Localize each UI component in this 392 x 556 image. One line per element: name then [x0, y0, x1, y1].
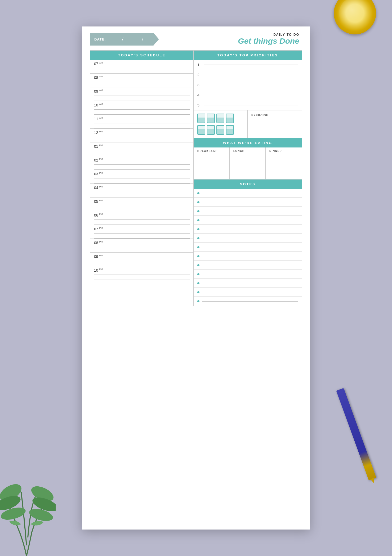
bullet-3 — [197, 210, 199, 212]
note-line-4 — [202, 220, 298, 220]
bullet-4 — [197, 219, 199, 221]
time-line-9a — [94, 178, 190, 178]
time-line-5b — [94, 128, 190, 128]
bullet-13 — [197, 300, 199, 302]
pen-decoration — [336, 388, 376, 481]
glass-6 — [207, 125, 215, 135]
bullet-2 — [197, 201, 199, 203]
glass-1 — [197, 114, 205, 123]
meals-grid: BREAKFAST LUNCH DINNER — [194, 147, 302, 179]
date-gap — [128, 37, 137, 42]
time-line-3b — [94, 101, 190, 101]
time-line-1b — [94, 73, 190, 73]
time-slot-05pm: 05 PM — [90, 198, 193, 211]
time-label-08pm: 08 PM — [94, 240, 190, 245]
water-section — [194, 110, 248, 138]
time-line-3a — [94, 96, 190, 96]
notes-section: NOTES — [194, 180, 302, 306]
bullet-1 — [197, 192, 199, 194]
page-header: DATE: / / DAILY TO DO Get things Done — [82, 26, 310, 50]
exercise-section: EXERCISE — [248, 110, 302, 138]
date-slash-symbol-2: / — [142, 37, 143, 42]
priority-num-2: 2 — [197, 73, 202, 77]
title-section: DAILY TO DO Get things Done — [164, 33, 302, 46]
note-item-8 — [194, 252, 302, 261]
time-line-6b — [94, 142, 190, 142]
priority-item-2: 2 — [194, 70, 302, 80]
time-line-11a — [94, 206, 190, 206]
time-label-10pm: 10 PM — [94, 268, 190, 272]
tagline: Get things Done — [164, 37, 299, 46]
time-label-05pm: 05 PM — [94, 199, 190, 204]
tape-decoration — [334, 0, 376, 34]
time-line-8a — [94, 164, 190, 165]
glass-4 — [226, 114, 234, 123]
bullet-7 — [197, 246, 199, 248]
time-line-11b — [94, 211, 190, 211]
time-line-10a — [94, 192, 190, 192]
note-item-6 — [194, 234, 302, 243]
glass-2 — [207, 114, 215, 123]
bullet-9 — [197, 264, 199, 266]
time-line-14a — [94, 247, 190, 247]
note-line-5 — [202, 229, 298, 229]
priority-num-3: 3 — [197, 83, 202, 87]
priority-line-1 — [204, 65, 298, 65]
breakfast-label: BREAKFAST — [197, 150, 226, 153]
note-item-7 — [194, 243, 302, 252]
meals-header: WHAT WE'RE EATING — [194, 138, 302, 147]
time-line-5a — [94, 123, 190, 123]
priority-line-2 — [204, 75, 298, 75]
note-item-11 — [194, 279, 302, 288]
meals-section: WHAT WE'RE EATING BREAKFAST LUNCH DINNER — [194, 138, 302, 180]
water-exercise-section: EXERCISE — [194, 110, 302, 138]
date-slash-symbol-1: / — [122, 37, 123, 42]
time-label-09pm: 09 PM — [94, 254, 190, 259]
time-slot-04pm: 04 PM — [90, 184, 193, 198]
note-line-2 — [202, 202, 298, 202]
note-item-4 — [194, 216, 302, 225]
water-row-1 — [197, 114, 244, 123]
note-item-1 — [194, 189, 302, 198]
time-line-2a — [94, 82, 190, 82]
note-line-9 — [202, 265, 298, 265]
note-line-1 — [202, 193, 298, 193]
time-slot-08am: 08 AM — [90, 74, 193, 87]
priority-item-3: 3 — [194, 80, 302, 90]
time-line-15a — [94, 261, 190, 261]
bullet-11 — [197, 282, 199, 284]
date-label: DATE: — [94, 37, 106, 41]
priorities-section: TODAY'S TOP PRIORITIES 1 2 3 4 — [194, 51, 302, 110]
dinner-col: DINNER — [266, 147, 302, 179]
time-slot-01pm: 01 PM — [90, 142, 193, 156]
lunch-label: LUNCH — [233, 150, 262, 153]
date-slash-1 — [109, 37, 117, 42]
time-label-12pm: 12 PM — [94, 130, 190, 135]
bullet-8 — [197, 255, 199, 257]
time-slot-08pm: 08 PM — [90, 239, 193, 253]
note-item-13 — [194, 297, 302, 306]
note-item-10 — [194, 270, 302, 279]
date-section: DATE: / / — [90, 33, 159, 46]
notes-header: NOTES — [194, 180, 302, 189]
lunch-col: LUNCH — [230, 147, 266, 179]
time-line-7b — [94, 156, 190, 156]
time-line-7a — [94, 151, 190, 151]
priority-item-4: 4 — [194, 90, 302, 100]
daily-label: DAILY TO DO — [164, 33, 299, 37]
time-slot-02pm: 02 PM — [90, 156, 193, 170]
bullet-12 — [197, 291, 199, 293]
time-line-16b — [94, 280, 190, 280]
time-line-14b — [94, 252, 190, 252]
breakfast-col: BREAKFAST — [194, 147, 230, 179]
time-label-03pm: 03 PM — [94, 172, 190, 176]
priority-num-4: 4 — [197, 93, 202, 97]
note-line-3 — [202, 211, 298, 211]
note-line-6 — [202, 238, 298, 238]
priority-item-1: 1 — [194, 60, 302, 70]
time-slot-10pm: 10 PM — [90, 266, 193, 280]
time-label-07am: 07 AM — [94, 61, 190, 66]
priority-line-4 — [204, 95, 298, 95]
time-line-13b — [94, 238, 190, 239]
time-label-02pm: 02 PM — [94, 158, 190, 162]
